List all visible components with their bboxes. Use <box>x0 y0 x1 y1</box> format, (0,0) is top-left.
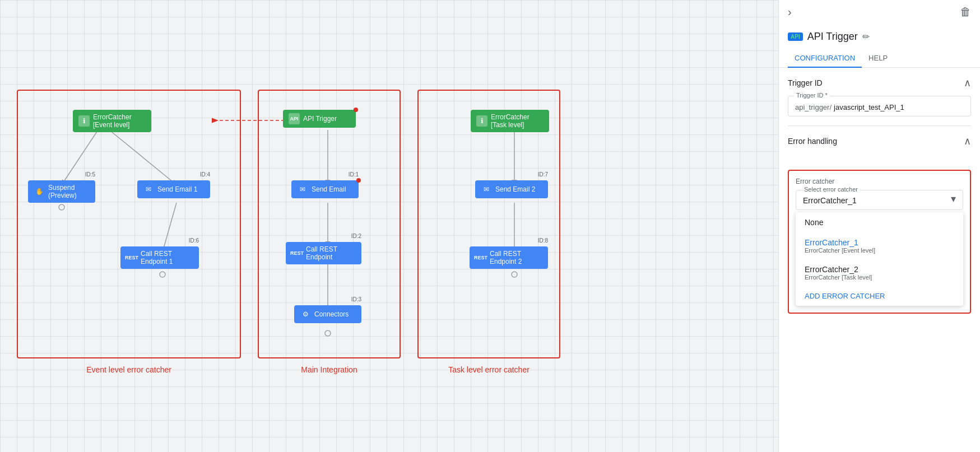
node-send-email-2[interactable]: ✉ Send Email 2 ID:7 <box>475 180 548 198</box>
call-rest-main-text: Call RESTEndpoint <box>306 245 337 261</box>
group-task-label: Task level error catcher <box>448 365 530 374</box>
call-rest1-id: ID:6 <box>189 237 199 244</box>
right-panel: › 🗑 API API Trigger ✏ CONFIGURATION HELP… <box>778 0 980 452</box>
send-email2-text: Send Email 2 <box>495 185 535 193</box>
send-email-main-icon: ✉ <box>297 184 308 195</box>
error-handling-title: Error handling <box>788 137 837 146</box>
error-catcher-select[interactable]: Select error catcher ErrorCatcher_1 ▾ <box>796 190 963 210</box>
group-main-label: Main Integration <box>301 365 357 374</box>
node-call-rest-main[interactable]: REST Call RESTEndpoint ID:2 <box>286 242 361 264</box>
node-suspend[interactable]: ✋ Suspend(Preview) ID:5 <box>28 180 95 203</box>
edit-node-icon[interactable]: ✏ <box>862 31 870 42</box>
send-email2-icon: ✉ <box>481 184 492 195</box>
suspend-icon: ✋ <box>34 186 45 197</box>
connectors-icon: ⚙ <box>300 309 311 320</box>
node-send-email-main[interactable]: ✉ Send Email ID:1 <box>291 180 359 198</box>
collapse-panel-icon[interactable]: › <box>788 6 792 18</box>
node-error-catcher-task[interactable]: ℹ ErrorCatcher[Task level] <box>471 110 549 132</box>
api-badge: API <box>788 32 803 41</box>
ec2-label: ErrorCatcher_2 <box>805 265 858 274</box>
ec1-sublabel: ErrorCatcher [Event level] <box>805 247 954 254</box>
call-rest1-icon: REST <box>126 252 137 263</box>
connectors-text: Connectors <box>314 310 349 318</box>
node-connectors[interactable]: ⚙ Connectors ID:3 <box>294 305 361 323</box>
tab-configuration[interactable]: CONFIGURATION <box>788 49 862 68</box>
trigger-id-title: Trigger ID <box>788 78 823 87</box>
call-rest2-text: Call RESTEndpoint 2 <box>490 250 522 265</box>
ec1-label: ErrorCatcher_1 <box>805 238 858 247</box>
trigger-id-label: Trigger ID * <box>794 92 830 99</box>
send-email1-text: Send Email 1 <box>157 185 197 193</box>
error-handling-section: Error handling ∧ <box>779 126 980 163</box>
canvas-area: Event level error catcher ℹ ErrorCatcher… <box>0 0 778 452</box>
panel-title-row: API API Trigger ✏ <box>779 24 980 45</box>
api-trigger-icon: API <box>289 113 300 124</box>
node-call-rest-2[interactable]: REST Call RESTEndpoint 2 ID:8 <box>470 246 548 269</box>
send-email-main-dot <box>356 178 361 183</box>
error-catcher-box: Error catcher Select error catcher Error… <box>788 170 971 314</box>
error-handling-chevron[interactable]: ∧ <box>964 135 971 147</box>
connectors-id: ID:3 <box>351 296 361 302</box>
error-catcher-event-icon: ℹ <box>78 115 90 127</box>
select-current-value: ErrorCatcher_1 <box>803 196 857 205</box>
call-rest-main-id: ID:2 <box>351 233 361 239</box>
panel-top-icons: › 🗑 <box>779 0 980 24</box>
send-email1-icon: ✉ <box>143 184 154 195</box>
send-email1-id: ID:4 <box>200 171 210 178</box>
dropdown-item-ec2[interactable]: ErrorCatcher_2 ErrorCatcher [Task level] <box>796 259 963 286</box>
trigger-id-value[interactable]: javascript_test_API_1 <box>834 103 904 111</box>
api-trigger-text: API Trigger <box>303 115 337 123</box>
panel-node-title: API Trigger <box>807 31 858 43</box>
send-email-main-text: Send Email <box>312 185 346 193</box>
trigger-id-row: api_trigger/ javascript_test_API_1 <box>795 103 964 111</box>
select-float-label: Select error catcher <box>802 186 860 193</box>
suspend-text: Suspend(Preview) <box>48 184 77 199</box>
add-error-catcher-button[interactable]: ADD ERROR CATCHER <box>796 286 963 306</box>
node-call-rest-1[interactable]: REST Call RESTEndpoint 1 ID:6 <box>120 246 199 269</box>
call-rest2-icon: REST <box>475 252 486 263</box>
tab-help[interactable]: HELP <box>862 49 894 68</box>
node-send-email-1[interactable]: ✉ Send Email 1 ID:4 <box>137 180 210 198</box>
send-email-main-id: ID:1 <box>349 171 359 178</box>
node-error-catcher-event[interactable]: ℹ ErrorCatcher[Event level] <box>73 110 151 132</box>
select-arrow-icon: ▾ <box>951 193 956 205</box>
error-catcher-event-text: ErrorCatcher[Event level] <box>93 113 132 129</box>
call-rest-main-icon: REST <box>291 248 303 259</box>
node-api-trigger[interactable]: API API Trigger <box>283 110 356 128</box>
call-rest1-text: Call RESTEndpoint 1 <box>141 250 173 265</box>
delete-node-icon[interactable]: 🗑 <box>960 6 971 18</box>
trigger-id-header: Trigger ID ∧ <box>788 77 971 89</box>
error-catcher-label: Error catcher <box>796 178 963 185</box>
suspend-id: ID:5 <box>85 171 95 178</box>
api-trigger-dot <box>354 108 358 112</box>
send-email2-id: ID:7 <box>538 171 548 178</box>
call-rest2-id: ID:8 <box>538 237 548 244</box>
dropdown-item-none[interactable]: None <box>796 212 963 232</box>
dropdown-list: None ErrorCatcher_1 ErrorCatcher [Event … <box>796 212 963 306</box>
ec2-sublabel: ErrorCatcher [Task level] <box>805 274 954 281</box>
dropdown-item-ec1[interactable]: ErrorCatcher_1 ErrorCatcher [Event level… <box>796 232 963 259</box>
trigger-id-prefix: api_trigger/ <box>795 103 832 111</box>
error-catcher-task-text: ErrorCatcher[Task level] <box>491 113 530 129</box>
trigger-id-section: Trigger ID ∧ Trigger ID * api_trigger/ j… <box>779 68 980 125</box>
error-handling-header: Error handling ∧ <box>788 135 971 147</box>
trigger-id-field: Trigger ID * api_trigger/ javascript_tes… <box>788 96 971 117</box>
panel-tabs: CONFIGURATION HELP <box>779 49 980 68</box>
error-catcher-task-icon: ℹ <box>476 115 487 127</box>
group-event-label: Event level error catcher <box>86 365 171 374</box>
trigger-id-chevron[interactable]: ∧ <box>964 77 971 89</box>
